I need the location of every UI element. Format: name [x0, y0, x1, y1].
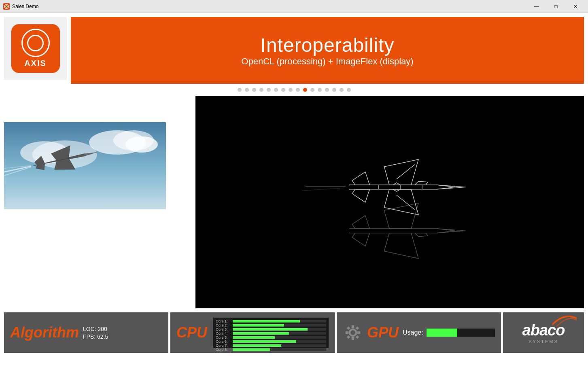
svg-rect-31 [347, 327, 350, 330]
cpu-bar-row-0: Core 1: [216, 319, 326, 323]
cpu-bar-label-3: Core 4: [216, 331, 231, 335]
cpu-bar-track-5 [233, 340, 326, 343]
svg-rect-34 [356, 335, 359, 339]
svg-rect-32 [356, 327, 359, 330]
header-banner: Interoperability OpenCL (processing) + I… [71, 17, 584, 84]
window-title: Sales Demo [12, 4, 527, 9]
gpu-usage-track [427, 329, 495, 337]
cpu-bar-label-5: Core 6: [216, 339, 231, 344]
cpu-bar-fill-6 [233, 344, 281, 347]
algorithm-title: Algorithm [10, 324, 79, 341]
nav-dot-7[interactable] [289, 88, 293, 92]
nav-dot-2[interactable] [252, 88, 256, 92]
nav-dot-15[interactable] [347, 88, 351, 92]
logo-box: AXIS [11, 24, 60, 73]
cpu-bar-fill-4 [233, 336, 275, 339]
gpu-title: GPU [367, 324, 399, 341]
processed-image [195, 96, 584, 308]
nav-dot-8[interactable] [296, 88, 300, 92]
nav-dot-9[interactable] [303, 88, 307, 92]
cpu-bar-label-6: Core 7: [216, 344, 231, 348]
svg-rect-33 [347, 335, 350, 339]
cpu-bar-track-0 [233, 320, 326, 322]
cpu-bar-fill-3 [233, 332, 289, 335]
nav-dot-6[interactable] [281, 88, 285, 92]
cpu-bar-row-3: Core 4: [216, 331, 326, 335]
cpu-bar-track-4 [233, 336, 326, 339]
paused-status: Paused [541, 35, 580, 48]
svg-point-6 [125, 136, 158, 153]
nav-dot-11[interactable] [318, 88, 322, 92]
nav-dot-10[interactable] [310, 88, 314, 92]
nav-dot-5[interactable] [274, 88, 278, 92]
cpu-bar-fill-0 [233, 320, 300, 322]
cpu-bar-label-4: Core 5: [216, 335, 231, 339]
close-button[interactable]: ✕ [566, 0, 585, 13]
cpu-bar-fill-5 [233, 340, 296, 343]
abaco-systems-text: SYSTEMS [529, 339, 558, 344]
header-title: Interoperability [261, 34, 395, 56]
header-subtitle: OpenCL (processing) + ImageFlex (display… [241, 56, 413, 67]
nav-dot-4[interactable] [267, 88, 271, 92]
nav-dot-1[interactable] [245, 88, 249, 92]
minimize-button[interactable]: — [527, 0, 546, 13]
cpu-bar-label-7: Core 8: [216, 348, 231, 352]
cpu-bar-fill-2 [233, 328, 308, 331]
nav-dot-14[interactable] [340, 88, 344, 92]
svg-rect-29 [346, 331, 348, 334]
abaco-panel: abaco SYSTEMS [503, 312, 584, 353]
cpu-bar-label-2: Core 3: [216, 327, 231, 331]
abaco-logo: abaco SYSTEMS [522, 322, 565, 344]
svg-rect-28 [352, 337, 354, 340]
cpu-bars: Core 1:Core 2:Core 3:Core 4:Core 5:Core … [213, 318, 329, 348]
original-image [4, 122, 166, 209]
abaco-swoosh-icon [552, 314, 577, 327]
edge-detection-display [195, 96, 584, 308]
logo-container: AXIS [4, 17, 67, 80]
svg-rect-27 [352, 325, 354, 328]
nav-dot-0[interactable] [238, 88, 242, 92]
logo-text: AXIS [24, 59, 47, 68]
app-icon [3, 3, 10, 10]
main-content: AXIS Interoperability OpenCL (processing… [0, 13, 588, 367]
cpu-bar-row-1: Core 2: [216, 323, 326, 327]
algorithm-panel: Algorithm LOC: 200 FPS: 62.5 [4, 312, 168, 353]
fps-stat: FPS: 62.5 [83, 333, 108, 340]
svg-rect-30 [357, 331, 360, 334]
cpu-bar-fill-1 [233, 324, 284, 327]
dots-navigation[interactable] [0, 84, 588, 96]
cpu-bar-track-2 [233, 328, 326, 331]
cpu-panel: CPU Core 1:Core 2:Core 3:Core 4:Core 5:C… [170, 312, 335, 353]
cpu-bar-track-1 [233, 324, 326, 327]
cpu-bar-row-5: Core 6: [216, 339, 326, 344]
svg-rect-18 [195, 96, 584, 308]
cpu-title: CPU [176, 324, 207, 341]
nav-dot-12[interactable] [325, 88, 329, 92]
algorithm-stats: LOC: 200 FPS: 62.5 [83, 326, 108, 340]
cpu-bar-label-1: Core 2: [216, 323, 231, 327]
cpu-bar-label-0: Core 1: [216, 319, 231, 323]
cpu-bar-track-3 [233, 332, 326, 335]
gpu-usage-fill [427, 329, 457, 337]
loc-stat: LOC: 200 [83, 326, 108, 332]
gpu-usage-label: Usage: [403, 329, 423, 336]
svg-point-26 [350, 330, 355, 335]
header-area: AXIS Interoperability OpenCL (processing… [0, 13, 588, 84]
window-controls: — □ ✕ [527, 0, 585, 13]
cpu-bar-row-2: Core 3: [216, 327, 326, 331]
cpu-bar-row-4: Core 5: [216, 335, 326, 339]
gpu-panel: GPU Usage: [337, 312, 501, 353]
title-bar: Sales Demo — □ ✕ [0, 0, 588, 13]
stats-bar: Algorithm LOC: 200 FPS: 62.5 CPU Core 1:… [4, 312, 584, 353]
cpu-bar-fill-7 [233, 348, 270, 351]
cpu-bar-track-7 [233, 348, 326, 351]
gpu-usage-row: Usage: [403, 329, 495, 337]
cpu-bar-row-6: Core 7: [216, 344, 326, 348]
nav-dot-3[interactable] [259, 88, 263, 92]
aperture-icon [21, 29, 50, 57]
nav-dot-13[interactable] [332, 88, 336, 92]
cpu-bar-track-6 [233, 344, 326, 347]
maximize-button[interactable]: □ [547, 0, 565, 13]
cpu-bar-row-7: Core 8: [216, 348, 326, 352]
jet-original [4, 122, 166, 209]
